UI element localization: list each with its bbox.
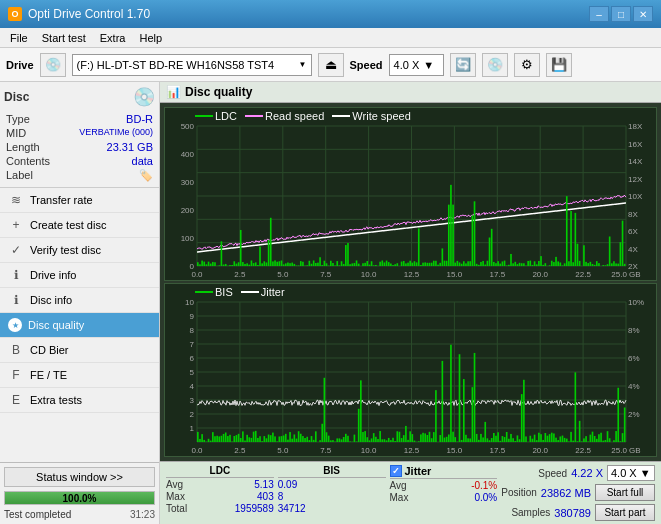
menu-start-test[interactable]: Start test	[36, 31, 92, 45]
disc-length-value: 23.31 GB	[107, 141, 153, 153]
sidebar-item-label-drive-info: Drive info	[30, 269, 76, 281]
start-full-button[interactable]: Start full	[595, 484, 655, 501]
stats-ldc-max-row: Max 403	[166, 491, 274, 502]
disc-contents-value: data	[132, 155, 153, 167]
stats-ldc-avg-label: Avg	[166, 479, 183, 490]
disc-mid-row: MID VERBATIMe (000)	[4, 126, 155, 140]
stats-jitter-header: ✓ Jitter	[390, 465, 498, 479]
drive-label: Drive	[6, 59, 34, 71]
create-test-disc-icon: +	[8, 218, 24, 232]
stats-bis-total-value: 34712	[278, 503, 306, 514]
sidebar-nav: ≋ Transfer rate + Create test disc ✓ Ver…	[0, 188, 159, 462]
bottom-chart-canvas	[165, 284, 656, 456]
speed-dropdown-value: 4.0 X	[611, 467, 637, 479]
status-completed: Test completed	[4, 509, 71, 520]
window-controls: – □ ✕	[589, 6, 653, 22]
content-header-title: Disc quality	[185, 85, 252, 99]
refresh-button[interactable]: 🔄	[450, 53, 476, 77]
stats-bar: LDC Avg 5.13 Max 403 Total 1959589 BIS	[160, 461, 661, 524]
sidebar-item-cd-bier[interactable]: B CD Bier	[0, 338, 159, 363]
top-chart-canvas	[165, 108, 656, 280]
extra-tests-icon: E	[8, 393, 24, 407]
eject-button[interactable]: ⏏	[318, 53, 344, 77]
menu-bar: File Start test Extra Help	[0, 28, 661, 48]
sidebar-item-transfer-rate[interactable]: ≋ Transfer rate	[0, 188, 159, 213]
disc-label-label: Label	[6, 169, 33, 182]
legend-ldc-color	[195, 115, 213, 117]
speed-dropdown-arrow: ▼	[640, 467, 651, 479]
speed-info-label: Speed	[538, 468, 567, 479]
checkmark-icon: ✓	[392, 467, 400, 476]
legend-read-speed-label: Read speed	[265, 110, 324, 122]
stats-bis-avg-value: 0.09	[278, 479, 297, 490]
status-window-button[interactable]: Status window >>	[4, 467, 155, 487]
sidebar-item-create-test-disc[interactable]: + Create test disc	[0, 213, 159, 238]
sidebar-item-fe-te[interactable]: F FE / TE	[0, 363, 159, 388]
title-bar: O Opti Drive Control 1.70 – □ ✕	[0, 0, 661, 28]
legend-read-speed: Read speed	[245, 110, 324, 122]
drive-icon-btn[interactable]: 💿	[40, 53, 66, 77]
app-title: Opti Drive Control 1.70	[28, 7, 150, 21]
jitter-checkbox[interactable]: ✓	[390, 465, 402, 477]
stats-bis-col: BIS 0.09 8 34712	[278, 465, 386, 514]
stats-jitter-col: ✓ Jitter Avg -0.1% Max 0.0%	[390, 465, 498, 503]
disc-mid-value: VERBATIMe (000)	[79, 127, 153, 139]
speed-arrow: ▼	[423, 59, 434, 71]
speed-select[interactable]: 4.0 X ▼	[389, 54, 444, 76]
legend-bis: BIS	[195, 286, 233, 298]
sidebar-item-drive-info[interactable]: ℹ Drive info	[0, 263, 159, 288]
speed-info-value: 4.22 X	[571, 467, 603, 479]
sidebar-item-verify-test-disc[interactable]: ✓ Verify test disc	[0, 238, 159, 263]
sidebar-item-label-cd-bier: CD Bier	[30, 344, 69, 356]
stats-ldc-header: LDC	[166, 465, 274, 478]
drive-select[interactable]: (F:) HL-DT-ST BD-RE WH16NS58 TST4 ▼	[72, 54, 312, 76]
toolbar: Drive 💿 (F:) HL-DT-ST BD-RE WH16NS58 TST…	[0, 48, 661, 82]
samples-label: Samples	[511, 507, 550, 518]
legend-jitter-label: Jitter	[261, 286, 285, 298]
sidebar-item-label-transfer-rate: Transfer rate	[30, 194, 93, 206]
sidebar-item-disc-quality[interactable]: ★ Disc quality	[0, 313, 159, 338]
app-icon: O	[8, 7, 22, 21]
settings-button[interactable]: ⚙	[514, 53, 540, 77]
stats-jitter-avg-label: Avg	[390, 480, 407, 491]
progress-bar-container: 100.0%	[4, 491, 155, 505]
maximize-button[interactable]: □	[611, 6, 631, 22]
stats-ldc-max-value: 403	[257, 491, 274, 502]
legend-bis-label: BIS	[215, 286, 233, 298]
disc-button[interactable]: 💿	[482, 53, 508, 77]
save-button[interactable]: 💾	[546, 53, 572, 77]
disc-label-icon: 🏷️	[139, 169, 153, 182]
verify-test-disc-icon: ✓	[8, 243, 24, 257]
disc-length-label: Length	[6, 141, 40, 153]
legend-bis-color	[195, 291, 213, 293]
stats-bis-header: BIS	[278, 465, 386, 478]
speed-value: 4.0 X	[394, 59, 420, 71]
legend-ldc: LDC	[195, 110, 237, 122]
legend-read-speed-color	[245, 115, 263, 117]
sidebar-item-label-create-test-disc: Create test disc	[30, 219, 106, 231]
stats-ldc-total-row: Total 1959589	[166, 503, 274, 514]
drive-select-arrow: ▼	[299, 60, 307, 69]
menu-help[interactable]: Help	[133, 31, 168, 45]
content-area: 📊 Disc quality LDC Read speed	[160, 82, 661, 524]
disc-type-value: BD-R	[126, 113, 153, 125]
cd-bier-icon: B	[8, 343, 24, 357]
close-button[interactable]: ✕	[633, 6, 653, 22]
time-elapsed: 31:23	[130, 509, 155, 520]
menu-file[interactable]: File	[4, 31, 34, 45]
charts-container: LDC Read speed Write speed	[160, 103, 661, 461]
menu-extra[interactable]: Extra	[94, 31, 132, 45]
status-bar-section: Status window >> 100.0% Test completed 3…	[0, 462, 159, 524]
start-part-button[interactable]: Start part	[595, 504, 655, 521]
fe-te-icon: F	[8, 368, 24, 382]
minimize-button[interactable]: –	[589, 6, 609, 22]
sidebar-item-disc-info[interactable]: ℹ Disc info	[0, 288, 159, 313]
legend-write-speed-label: Write speed	[352, 110, 411, 122]
sidebar-item-label-extra-tests: Extra tests	[30, 394, 82, 406]
sidebar-item-extra-tests[interactable]: E Extra tests	[0, 388, 159, 413]
content-header: 📊 Disc quality	[160, 82, 661, 103]
stats-jitter-max-value: 0.0%	[474, 492, 497, 503]
stats-ldc-avg-value: 5.13	[254, 479, 273, 490]
speed-dropdown[interactable]: 4.0 X ▼	[607, 465, 655, 481]
legend-ldc-label: LDC	[215, 110, 237, 122]
